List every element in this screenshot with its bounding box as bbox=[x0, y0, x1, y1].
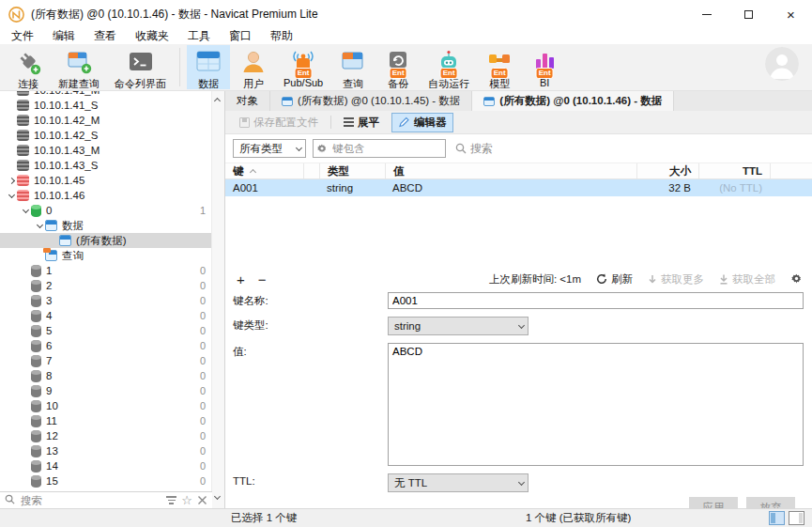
sidebar-search-input[interactable] bbox=[19, 494, 161, 507]
tree-item-7[interactable]: 70 bbox=[0, 353, 211, 368]
toggle-left-panel-icon[interactable] bbox=[769, 511, 785, 525]
scroll-down-icon[interactable] bbox=[215, 494, 222, 501]
close-button[interactable]: × bbox=[770, 0, 812, 28]
tree-item-8[interactable]: 80 bbox=[0, 368, 211, 383]
favorites-star-icon[interactable]: ☆ bbox=[181, 494, 192, 506]
table-row[interactable]: A001stringABCD32 B(No TTL) bbox=[225, 179, 812, 196]
toolbar-button--[interactable]: 命令列界面 bbox=[108, 45, 173, 89]
scroll-up-icon[interactable] bbox=[215, 96, 222, 102]
toolbar-button-bi[interactable]: EntBI bbox=[523, 45, 566, 89]
toolbar-button--[interactable]: Ent自动运行 bbox=[421, 45, 476, 89]
fetch-more-button[interactable]: 获取更多 bbox=[648, 272, 704, 287]
tree-item-11[interactable]: 110 bbox=[0, 413, 211, 428]
tree-item-10[interactable]: 100 bbox=[0, 398, 211, 413]
tree-item--[interactable]: 查询 bbox=[0, 248, 211, 263]
new-query-icon bbox=[64, 48, 94, 76]
column-header-spacer[interactable] bbox=[304, 163, 320, 178]
tree-item-label: 3 bbox=[46, 295, 52, 306]
refresh-button[interactable]: 刷新 bbox=[596, 272, 633, 287]
column-label: 大小 bbox=[669, 164, 691, 178]
tree-item-6[interactable]: 60 bbox=[0, 338, 211, 353]
toolbar-button--[interactable]: 查询 bbox=[331, 45, 375, 89]
toolbar-button--[interactable]: 数据 bbox=[187, 45, 230, 89]
column-header-类型[interactable]: 类型 bbox=[320, 163, 386, 178]
tree-item-4[interactable]: 40 bbox=[0, 308, 211, 323]
expanded-chevron-icon[interactable] bbox=[34, 218, 45, 233]
expanded-chevron-icon[interactable] bbox=[20, 203, 31, 218]
key-editor-form: 键名称: 键类型: string 值: ABCD TTL: 无 TTL bbox=[225, 288, 812, 518]
column-header-大小[interactable]: 大小 bbox=[637, 163, 699, 178]
column-header-值[interactable]: 值 bbox=[386, 163, 637, 178]
toolbar-button--[interactable]: Ent备份 bbox=[376, 45, 420, 89]
tree-item-2[interactable]: 20 bbox=[0, 278, 211, 293]
toolbar-button--[interactable]: 新建查询 bbox=[52, 45, 106, 89]
tree-item-1[interactable]: 10 bbox=[0, 263, 211, 278]
filter-icon[interactable] bbox=[166, 496, 176, 504]
remove-key-button[interactable]: − bbox=[258, 272, 267, 287]
flatten-button[interactable]: 展平 bbox=[337, 113, 386, 132]
connection-sidebar: 10.10.1.41_M10.10.1.41_S10.10.1.42_M10.1… bbox=[0, 91, 225, 508]
tree-item-15[interactable]: 150 bbox=[0, 473, 211, 488]
tree-item-label: 9 bbox=[46, 385, 52, 396]
tree-item-10-10-1-45[interactable]: 10.10.1.45 bbox=[0, 173, 211, 188]
db-gray-icon bbox=[31, 460, 41, 473]
tree-item--[interactable]: 数据 bbox=[0, 218, 211, 233]
key-contains-input[interactable] bbox=[313, 139, 446, 158]
toolbar-button--[interactable]: 用户 bbox=[232, 45, 275, 89]
tree-item-10-10-1-42_M[interactable]: 10.10.1.42_M bbox=[0, 113, 211, 128]
tree-spacer bbox=[6, 91, 17, 98]
arrow-down-bar-icon bbox=[719, 274, 728, 285]
tree-item-10-10-1-41_S[interactable]: 10.10.1.41_S bbox=[0, 98, 211, 113]
collapse-all-icon[interactable] bbox=[197, 495, 207, 505]
maximize-button[interactable] bbox=[728, 0, 770, 28]
editor-button[interactable]: 编辑器 bbox=[391, 113, 453, 132]
type-filter-select[interactable]: 所有类型 bbox=[233, 139, 306, 158]
filter-options-gear-icon[interactable] bbox=[316, 143, 328, 157]
menu-item-3[interactable]: 收藏夹 bbox=[126, 28, 178, 44]
column-header-TTL[interactable]: TTL bbox=[699, 163, 771, 178]
add-key-button[interactable]: + bbox=[237, 272, 245, 287]
tree-item-0[interactable]: 01 bbox=[0, 203, 211, 218]
menu-item-1[interactable]: 编辑 bbox=[43, 28, 84, 44]
menu-item-2[interactable]: 查看 bbox=[84, 28, 126, 44]
tree-item-10-10-1-46[interactable]: 10.10.1.46 bbox=[0, 188, 211, 203]
menu-item-5[interactable]: 窗口 bbox=[220, 28, 261, 44]
tab-0[interactable]: 对象 bbox=[225, 91, 270, 111]
toolbar-button--[interactable]: Ent模型 bbox=[478, 45, 521, 89]
save-profile-button[interactable]: 保存配置文件 bbox=[233, 113, 325, 132]
column-header-键[interactable]: 键 bbox=[225, 163, 304, 178]
menu-item-4[interactable]: 工具 bbox=[178, 28, 220, 44]
menu-item-0[interactable]: 文件 bbox=[2, 28, 43, 44]
tree-item-14[interactable]: 140 bbox=[0, 458, 211, 473]
toolbar-button-pub-sub[interactable]: EntPub/Sub bbox=[277, 45, 329, 89]
menu-item-6[interactable]: 帮助 bbox=[261, 28, 302, 44]
tree-item-9[interactable]: 90 bbox=[0, 383, 211, 398]
sidebar-scrollbar[interactable] bbox=[211, 91, 224, 508]
expanded-chevron-icon[interactable] bbox=[6, 188, 17, 203]
settings-gear-icon[interactable] bbox=[790, 272, 803, 287]
ttl-select[interactable]: 无 TTL bbox=[388, 473, 529, 492]
tree-item-3[interactable]: 30 bbox=[0, 293, 211, 308]
value-textarea[interactable]: ABCD bbox=[388, 343, 804, 466]
tree-item-12[interactable]: 120 bbox=[0, 428, 211, 443]
key-name-input[interactable] bbox=[388, 292, 804, 309]
collapsed-chevron-icon[interactable] bbox=[6, 173, 17, 188]
key-type-select[interactable]: string bbox=[388, 317, 529, 335]
tree-item-10-10-1-42_S[interactable]: 10.10.1.42_S bbox=[0, 128, 211, 143]
fetch-all-button[interactable]: 获取全部 bbox=[719, 272, 775, 287]
tree-item-13[interactable]: 130 bbox=[0, 443, 211, 458]
tree-item-10-10-1-41_M[interactable]: 10.10.1.41_M bbox=[0, 91, 211, 98]
fetch-bar: + − 上次刷新时间: <1m 刷新 获取更多 获取全部 bbox=[225, 270, 812, 288]
tree-item-10-10-1-43_M[interactable]: 10.10.1.43_M bbox=[0, 143, 211, 158]
minimize-button[interactable] bbox=[685, 0, 728, 28]
tree-item-5[interactable]: 50 bbox=[0, 323, 211, 338]
key-search-button[interactable]: 搜索 bbox=[455, 141, 493, 157]
tab-1[interactable]: (所有数据) @0 (10.10.1.45) - 数据 bbox=[270, 91, 472, 111]
tab-2[interactable]: (所有数据) @0 (10.10.1.46) - 数据 bbox=[472, 91, 674, 111]
toggle-right-panel-icon[interactable] bbox=[789, 511, 804, 525]
user-avatar[interactable] bbox=[765, 47, 799, 81]
tree-item--[interactable]: (所有数据) bbox=[0, 233, 211, 248]
query-icon bbox=[338, 48, 368, 76]
tree-item-10-10-1-43_S[interactable]: 10.10.1.43_S bbox=[0, 158, 211, 173]
toolbar-button--[interactable]: 连接 bbox=[7, 45, 50, 89]
